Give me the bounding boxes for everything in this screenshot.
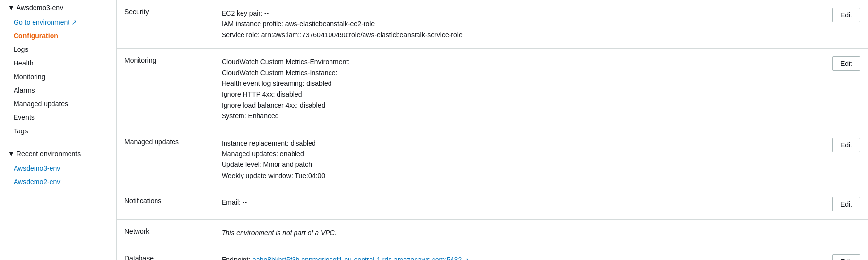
config-label-database: Database [117, 246, 214, 260]
main-content: SecurityEC2 key pair: --IAM instance pro… [117, 0, 868, 260]
value-line: Managed updates: enabled [222, 148, 812, 159]
configuration-table: SecurityEC2 key pair: --IAM instance pro… [117, 0, 868, 260]
go-to-environment-link[interactable]: Go to environment ↗ [0, 16, 116, 29]
sidebar-item-events[interactable]: Events [0, 111, 116, 124]
config-value-managed-updates: Instance replacement: disabledManaged up… [214, 130, 819, 189]
action-cell: Edit [819, 0, 868, 49]
edit-button-monitoring[interactable]: Edit [832, 56, 860, 71]
sidebar-item-alarms[interactable]: Alarms [0, 83, 116, 97]
sidebar-item-logs[interactable]: Logs [0, 43, 116, 56]
sidebar-env-header[interactable]: ▼ Awsdemo3-env [0, 0, 116, 16]
sidebar-item-health[interactable]: Health [0, 56, 116, 70]
edit-button-managed-updates[interactable]: Edit [832, 138, 860, 152]
value-line: CloudWatch Custom Metrics-Environment: [222, 56, 812, 67]
table-row: DatabaseEndpoint: aabo8bkhrt5f3b.cnpmqri… [117, 246, 868, 260]
action-cell: Edit [819, 130, 868, 189]
endpoint-link[interactable]: aabo8bkhrt5f3b.cnpmqriqsof1.eu-central-1… [252, 256, 462, 260]
external-link-icon: ↗ [71, 18, 77, 26]
value-line: Weekly update window: Tue:04:00 [222, 170, 812, 181]
value-line: System: Enhanced [222, 111, 812, 121]
value-line: Email: -- [222, 197, 812, 208]
action-cell [819, 220, 868, 246]
recent-environments-section[interactable]: ▼ Recent environments [0, 146, 116, 162]
value-line: Instance replacement: disabled [222, 138, 812, 148]
value-line: EC2 key pair: -- [222, 8, 812, 18]
value-line: This environment is not part of a VPC. [222, 228, 812, 238]
endpoint-external-icon: ↗ [462, 257, 468, 260]
action-cell: Edit [819, 246, 868, 260]
table-row: SecurityEC2 key pair: --IAM instance pro… [117, 0, 868, 49]
edit-button-security[interactable]: Edit [832, 8, 860, 22]
value-line: IAM instance profile: aws-elasticbeansta… [222, 18, 812, 29]
env-name-label: Awsdemo3-env [17, 4, 63, 12]
sidebar: ▼ Awsdemo3-env Go to environment ↗ Confi… [0, 0, 117, 260]
sidebar-item-managed-updates[interactable]: Managed updates [0, 97, 116, 111]
edit-button-notifications[interactable]: Edit [832, 197, 860, 211]
config-value-notifications: Email: -- [214, 189, 819, 220]
table-row: NotificationsEmail: --Edit [117, 189, 868, 220]
sidebar-item-tags[interactable]: Tags [0, 124, 116, 138]
value-line: CloudWatch Custom Metrics-Instance: [222, 67, 812, 78]
chevron-icon: ▼ [8, 4, 15, 12]
endpoint-line: Endpoint: aabo8bkhrt5f3b.cnpmqriqsof1.eu… [222, 254, 812, 260]
recent-chevron-icon: ▼ [8, 150, 15, 158]
config-label-monitoring: Monitoring [117, 49, 214, 130]
config-label-managed-updates: Managed updates [117, 130, 214, 189]
recent-section-label: Recent environments [17, 150, 81, 158]
sidebar-item-configuration[interactable]: Configuration [0, 29, 116, 43]
action-cell: Edit [819, 189, 868, 220]
value-line: Ignore load balancer 4xx: disabled [222, 100, 812, 111]
config-value-network: This environment is not part of a VPC. [214, 220, 819, 246]
value-line: Health event log streaming: disabled [222, 78, 812, 89]
value-line: Update level: Minor and patch [222, 159, 812, 170]
recent-env-awsdemo2-env[interactable]: Awsdemo2-env [0, 175, 116, 189]
table-row: Managed updatesInstance replacement: dis… [117, 130, 868, 189]
edit-button-database[interactable]: Edit [832, 254, 860, 260]
config-label-notifications: Notifications [117, 189, 214, 220]
config-label-security: Security [117, 0, 214, 49]
go-to-env-label: Go to environment [14, 18, 69, 26]
action-cell: Edit [819, 49, 868, 130]
sidebar-divider [0, 142, 116, 142]
sidebar-item-monitoring[interactable]: Monitoring [0, 70, 116, 83]
config-label-network: Network [117, 220, 214, 246]
config-value-database: Endpoint: aabo8bkhrt5f3b.cnpmqriqsof1.eu… [214, 246, 819, 260]
recent-env-awsdemo3-env[interactable]: Awsdemo3-env [0, 162, 116, 175]
value-line: Ignore HTTP 4xx: disabled [222, 89, 812, 99]
value-line: Service role: arn:aws:iam::737604100490:… [222, 30, 812, 40]
table-row: NetworkThis environment is not part of a… [117, 220, 868, 246]
table-row: MonitoringCloudWatch Custom Metrics-Envi… [117, 49, 868, 130]
config-value-monitoring: CloudWatch Custom Metrics-Environment:Cl… [214, 49, 819, 130]
config-value-security: EC2 key pair: --IAM instance profile: aw… [214, 0, 819, 49]
